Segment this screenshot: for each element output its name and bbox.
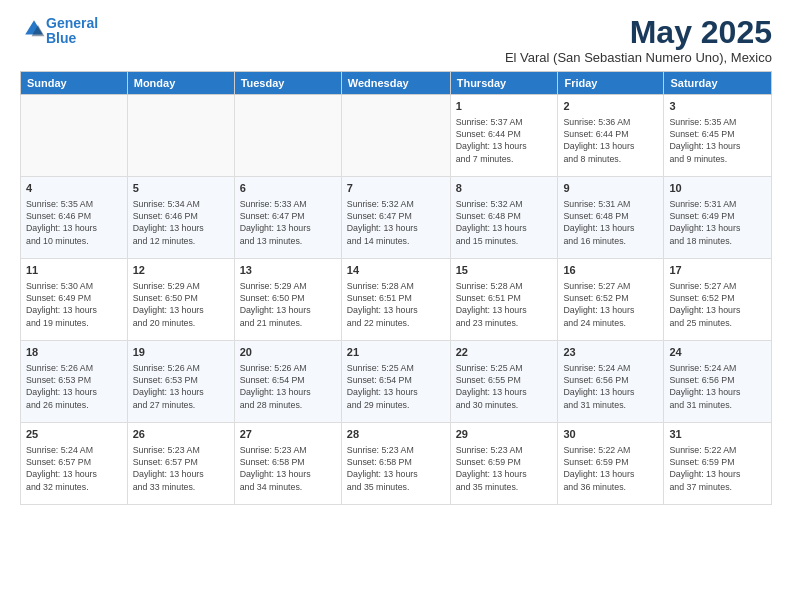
header: General Blue May 2025 El Varal (San Seba… — [20, 16, 772, 65]
day-number: 24 — [669, 345, 766, 360]
calendar-cell: 20Sunrise: 5:26 AM Sunset: 6:54 PM Dayli… — [234, 341, 341, 423]
calendar-cell: 30Sunrise: 5:22 AM Sunset: 6:59 PM Dayli… — [558, 423, 664, 505]
day-number: 17 — [669, 263, 766, 278]
day-number: 21 — [347, 345, 445, 360]
day-info: Sunrise: 5:31 AM Sunset: 6:48 PM Dayligh… — [563, 198, 658, 247]
day-info: Sunrise: 5:29 AM Sunset: 6:50 PM Dayligh… — [240, 280, 336, 329]
day-info: Sunrise: 5:24 AM Sunset: 6:56 PM Dayligh… — [669, 362, 766, 411]
page: General Blue May 2025 El Varal (San Seba… — [0, 0, 792, 612]
day-info: Sunrise: 5:28 AM Sunset: 6:51 PM Dayligh… — [347, 280, 445, 329]
calendar-week-row: 4Sunrise: 5:35 AM Sunset: 6:46 PM Daylig… — [21, 177, 772, 259]
calendar-cell — [234, 95, 341, 177]
day-info: Sunrise: 5:23 AM Sunset: 6:57 PM Dayligh… — [133, 444, 229, 493]
day-info: Sunrise: 5:25 AM Sunset: 6:55 PM Dayligh… — [456, 362, 553, 411]
day-number: 30 — [563, 427, 658, 442]
day-number: 19 — [133, 345, 229, 360]
calendar-cell: 4Sunrise: 5:35 AM Sunset: 6:46 PM Daylig… — [21, 177, 128, 259]
day-number: 13 — [240, 263, 336, 278]
calendar-table: SundayMondayTuesdayWednesdayThursdayFrid… — [20, 71, 772, 505]
day-info: Sunrise: 5:26 AM Sunset: 6:54 PM Dayligh… — [240, 362, 336, 411]
calendar-cell: 25Sunrise: 5:24 AM Sunset: 6:57 PM Dayli… — [21, 423, 128, 505]
day-number: 8 — [456, 181, 553, 196]
calendar-week-row: 25Sunrise: 5:24 AM Sunset: 6:57 PM Dayli… — [21, 423, 772, 505]
day-number: 4 — [26, 181, 122, 196]
calendar-cell: 23Sunrise: 5:24 AM Sunset: 6:56 PM Dayli… — [558, 341, 664, 423]
logo-text: General Blue — [46, 16, 98, 47]
day-info: Sunrise: 5:26 AM Sunset: 6:53 PM Dayligh… — [26, 362, 122, 411]
day-info: Sunrise: 5:25 AM Sunset: 6:54 PM Dayligh… — [347, 362, 445, 411]
day-number: 7 — [347, 181, 445, 196]
day-number: 22 — [456, 345, 553, 360]
day-info: Sunrise: 5:33 AM Sunset: 6:47 PM Dayligh… — [240, 198, 336, 247]
calendar-cell: 3Sunrise: 5:35 AM Sunset: 6:45 PM Daylig… — [664, 95, 772, 177]
month-title: May 2025 — [505, 16, 772, 48]
day-info: Sunrise: 5:27 AM Sunset: 6:52 PM Dayligh… — [669, 280, 766, 329]
day-info: Sunrise: 5:22 AM Sunset: 6:59 PM Dayligh… — [563, 444, 658, 493]
calendar-cell — [127, 95, 234, 177]
logo-line2: Blue — [46, 30, 76, 46]
calendar-cell: 28Sunrise: 5:23 AM Sunset: 6:58 PM Dayli… — [341, 423, 450, 505]
calendar-cell: 18Sunrise: 5:26 AM Sunset: 6:53 PM Dayli… — [21, 341, 128, 423]
day-info: Sunrise: 5:35 AM Sunset: 6:46 PM Dayligh… — [26, 198, 122, 247]
calendar-cell: 8Sunrise: 5:32 AM Sunset: 6:48 PM Daylig… — [450, 177, 558, 259]
calendar-cell: 9Sunrise: 5:31 AM Sunset: 6:48 PM Daylig… — [558, 177, 664, 259]
day-info: Sunrise: 5:24 AM Sunset: 6:56 PM Dayligh… — [563, 362, 658, 411]
calendar-cell: 16Sunrise: 5:27 AM Sunset: 6:52 PM Dayli… — [558, 259, 664, 341]
calendar-cell: 10Sunrise: 5:31 AM Sunset: 6:49 PM Dayli… — [664, 177, 772, 259]
day-number: 26 — [133, 427, 229, 442]
day-number: 18 — [26, 345, 122, 360]
day-info: Sunrise: 5:22 AM Sunset: 6:59 PM Dayligh… — [669, 444, 766, 493]
day-info: Sunrise: 5:26 AM Sunset: 6:53 PM Dayligh… — [133, 362, 229, 411]
day-info: Sunrise: 5:27 AM Sunset: 6:52 PM Dayligh… — [563, 280, 658, 329]
day-number: 28 — [347, 427, 445, 442]
calendar-cell: 24Sunrise: 5:24 AM Sunset: 6:56 PM Dayli… — [664, 341, 772, 423]
weekday-header: Thursday — [450, 72, 558, 95]
day-info: Sunrise: 5:34 AM Sunset: 6:46 PM Dayligh… — [133, 198, 229, 247]
day-number: 9 — [563, 181, 658, 196]
day-info: Sunrise: 5:35 AM Sunset: 6:45 PM Dayligh… — [669, 116, 766, 165]
calendar-cell — [21, 95, 128, 177]
calendar-cell: 14Sunrise: 5:28 AM Sunset: 6:51 PM Dayli… — [341, 259, 450, 341]
weekday-header: Monday — [127, 72, 234, 95]
day-info: Sunrise: 5:30 AM Sunset: 6:49 PM Dayligh… — [26, 280, 122, 329]
day-info: Sunrise: 5:28 AM Sunset: 6:51 PM Dayligh… — [456, 280, 553, 329]
day-info: Sunrise: 5:23 AM Sunset: 6:59 PM Dayligh… — [456, 444, 553, 493]
day-number: 15 — [456, 263, 553, 278]
calendar-cell: 5Sunrise: 5:34 AM Sunset: 6:46 PM Daylig… — [127, 177, 234, 259]
calendar-cell: 15Sunrise: 5:28 AM Sunset: 6:51 PM Dayli… — [450, 259, 558, 341]
logo: General Blue — [20, 16, 98, 47]
calendar-header-row: SundayMondayTuesdayWednesdayThursdayFrid… — [21, 72, 772, 95]
day-number: 31 — [669, 427, 766, 442]
calendar-cell: 2Sunrise: 5:36 AM Sunset: 6:44 PM Daylig… — [558, 95, 664, 177]
day-info: Sunrise: 5:29 AM Sunset: 6:50 PM Dayligh… — [133, 280, 229, 329]
logo-line1: General — [46, 15, 98, 31]
day-number: 12 — [133, 263, 229, 278]
calendar-cell: 19Sunrise: 5:26 AM Sunset: 6:53 PM Dayli… — [127, 341, 234, 423]
day-number: 20 — [240, 345, 336, 360]
day-number: 16 — [563, 263, 658, 278]
day-number: 2 — [563, 99, 658, 114]
day-info: Sunrise: 5:32 AM Sunset: 6:48 PM Dayligh… — [456, 198, 553, 247]
calendar-cell: 26Sunrise: 5:23 AM Sunset: 6:57 PM Dayli… — [127, 423, 234, 505]
location-title: El Varal (San Sebastian Numero Uno), Mex… — [505, 50, 772, 65]
calendar-cell: 17Sunrise: 5:27 AM Sunset: 6:52 PM Dayli… — [664, 259, 772, 341]
calendar-cell — [341, 95, 450, 177]
day-info: Sunrise: 5:37 AM Sunset: 6:44 PM Dayligh… — [456, 116, 553, 165]
day-info: Sunrise: 5:31 AM Sunset: 6:49 PM Dayligh… — [669, 198, 766, 247]
calendar-cell: 12Sunrise: 5:29 AM Sunset: 6:50 PM Dayli… — [127, 259, 234, 341]
day-number: 25 — [26, 427, 122, 442]
day-info: Sunrise: 5:32 AM Sunset: 6:47 PM Dayligh… — [347, 198, 445, 247]
calendar-cell: 13Sunrise: 5:29 AM Sunset: 6:50 PM Dayli… — [234, 259, 341, 341]
calendar-week-row: 1Sunrise: 5:37 AM Sunset: 6:44 PM Daylig… — [21, 95, 772, 177]
day-number: 3 — [669, 99, 766, 114]
day-number: 11 — [26, 263, 122, 278]
day-number: 29 — [456, 427, 553, 442]
calendar-week-row: 11Sunrise: 5:30 AM Sunset: 6:49 PM Dayli… — [21, 259, 772, 341]
day-number: 10 — [669, 181, 766, 196]
day-number: 27 — [240, 427, 336, 442]
calendar-cell: 11Sunrise: 5:30 AM Sunset: 6:49 PM Dayli… — [21, 259, 128, 341]
day-number: 1 — [456, 99, 553, 114]
calendar-cell: 21Sunrise: 5:25 AM Sunset: 6:54 PM Dayli… — [341, 341, 450, 423]
calendar-cell: 1Sunrise: 5:37 AM Sunset: 6:44 PM Daylig… — [450, 95, 558, 177]
title-block: May 2025 El Varal (San Sebastian Numero … — [505, 16, 772, 65]
